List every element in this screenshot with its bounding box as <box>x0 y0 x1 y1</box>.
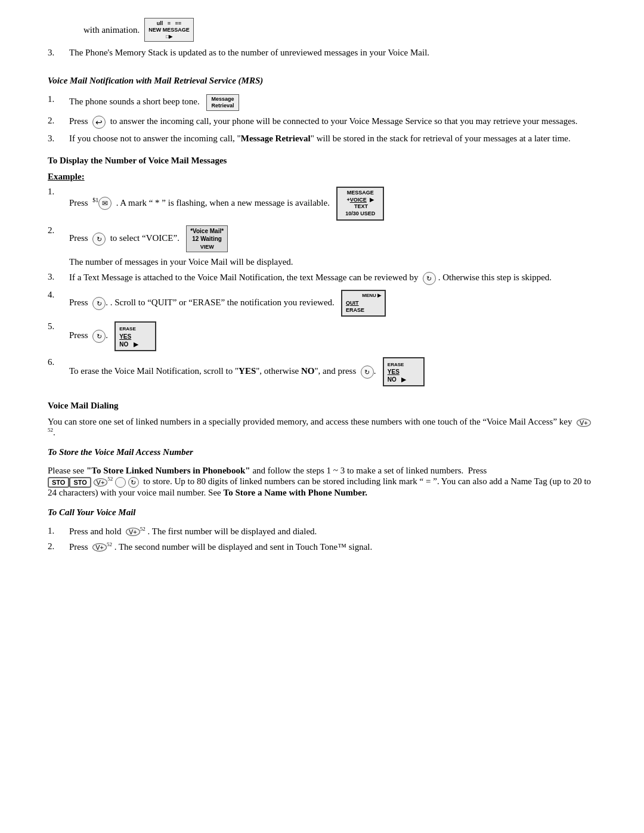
vplus-key-store: V+ <box>94 478 108 487</box>
item3-top: 3. The Phone's Memory Stack is updated a… <box>48 48 596 58</box>
intro-text: with animation. <box>83 25 140 35</box>
display-item3: 3. If a Text Message is attached to the … <box>48 272 596 285</box>
call-item1: 1. Press and hold V+52 . The first numbe… <box>48 526 596 537</box>
vmn-title: Voice Mail Notification with Mail Retrie… <box>48 76 596 86</box>
call-item2: 2. Press V+52 . The second number will b… <box>48 541 596 552</box>
display-item6: 6. To erase the Voice Mail Notification,… <box>48 357 596 386</box>
store-key-circle <box>115 477 126 488</box>
select-key-3: ↻ <box>423 272 436 285</box>
voicemail-dialing-section: Voice Mail Dialing You can store one set… <box>48 401 596 552</box>
new-message-image: ull ≡ ≡≡NEW MESSAGE □▶ <box>144 18 194 42</box>
store-name-phone: To Store a Name with Phone Number. <box>224 488 368 497</box>
vmd-desc: You can store one set of linked numbers … <box>48 417 596 438</box>
store-title: To Store the Voice Mail Access Number <box>48 447 596 457</box>
vplus-key-call1: V+ <box>126 528 140 536</box>
answer-key: ↩ <box>92 116 106 129</box>
display-item1: 1. Press $1✉ . A mark “ * ” is flashing,… <box>48 187 596 221</box>
quit-erase-screen: MENU ▶ QUITERASE <box>341 290 386 317</box>
example-label: Example: <box>48 172 596 182</box>
display-item4: 4. Press ↻. . Scroll to “QUIT” or “ERASE… <box>48 290 596 317</box>
vmn-item2: 2. Press ↩ to answer the incoming call, … <box>48 116 596 129</box>
display-title: To Display the Number of Voice Mail Mess… <box>48 156 596 166</box>
message-retrieval-image: MessageRetrieval <box>206 94 239 111</box>
voicemail-notification-section: Voice Mail Notification with Mail Retrie… <box>48 76 596 144</box>
store-key-arrow: ↻ <box>128 477 139 488</box>
vplus-key-desc: V+ <box>577 419 591 427</box>
sto-key-2: STO <box>69 477 91 488</box>
sto-key-1: STO <box>48 477 69 488</box>
message-screen-display: MESSAGE+VOICE ▶ TEXT10/30 USED <box>336 187 384 221</box>
display-item2: 2. Press ↻ to select “VOICE”. *Voice Mai… <box>48 225 596 253</box>
yes-no-screen-1: ERASE YESNO ▶ <box>114 321 156 351</box>
message-key: ✉ <box>98 197 112 210</box>
vmn-item3: 3. If you choose not to answer the incom… <box>48 134 596 144</box>
select-key-4: ↻ <box>92 297 106 310</box>
display-item5: 5. Press ↻. ERASE YESNO ▶ <box>48 321 596 351</box>
voice-mail-screen: *Voice Mail*12 WaitingVIEW <box>186 225 228 253</box>
store-desc: Please see "To Store Linked Numbers in P… <box>48 466 596 498</box>
call-title: To Call Your Voice Mail <box>48 507 596 518</box>
yes-no-screen-2: ERASE YESNO ▶ <box>383 357 425 386</box>
select-key-5: ↻ <box>92 330 106 343</box>
display-number-section: To Display the Number of Voice Mail Mess… <box>48 156 596 386</box>
vmd-title: Voice Mail Dialing <box>48 401 596 411</box>
display-item2-note: The number of messages in your Voice Mai… <box>69 257 596 267</box>
select-key-6: ↻ <box>361 366 374 379</box>
vplus-key-call2: V+ <box>92 543 107 552</box>
select-key-2: ↻ <box>92 233 106 246</box>
vmn-item1: 1. The phone sounds a short beep tone. M… <box>48 94 596 111</box>
intro-with-animation: with animation. ull ≡ ≡≡NEW MESSAGE □▶ <box>83 18 596 42</box>
